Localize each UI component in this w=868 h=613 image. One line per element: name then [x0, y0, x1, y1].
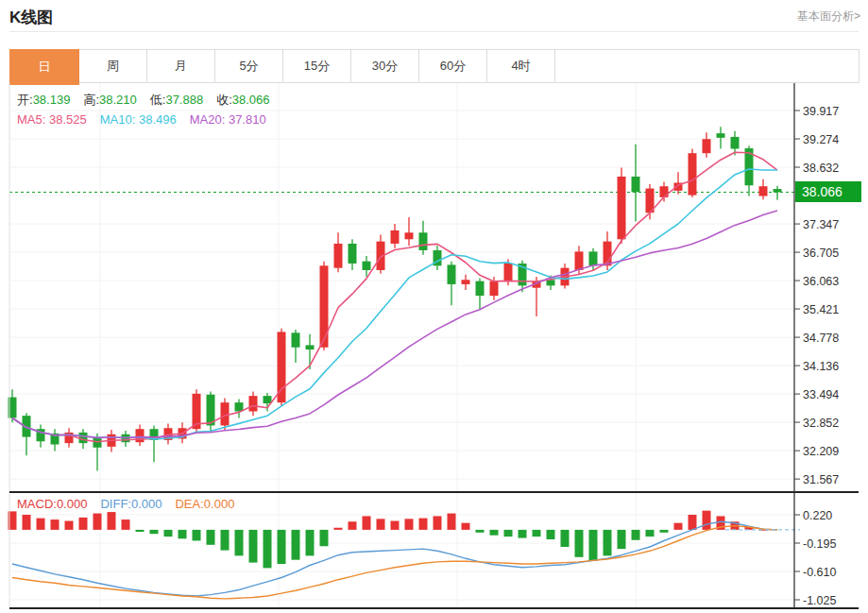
candle-body — [476, 281, 485, 296]
macd-bar — [122, 519, 130, 530]
axis-label: 37.347 — [803, 218, 839, 231]
ma20-label: MA20: — [190, 112, 226, 127]
macd-bar — [108, 512, 116, 530]
macd-bar — [150, 530, 159, 534]
diff-line — [12, 521, 777, 596]
candle-body — [759, 186, 768, 196]
macd-bar — [65, 521, 74, 530]
candle-body — [589, 251, 598, 265]
macd-bar — [589, 530, 598, 561]
candle-body — [774, 189, 782, 192]
diff-value: 0.000 — [131, 497, 162, 511]
dea-line — [12, 526, 777, 599]
macd-bar — [476, 530, 485, 533]
macd-bar — [448, 514, 456, 530]
axis-label: 32.852 — [803, 417, 839, 430]
macd-bar — [490, 530, 499, 536]
candle-body — [660, 186, 669, 197]
macd-bar — [79, 518, 88, 530]
macd-bar — [292, 530, 300, 560]
macd-bar — [561, 530, 570, 547]
low-value: 37.888 — [165, 93, 203, 107]
candle-body — [292, 332, 300, 347]
macd-bar — [164, 530, 173, 536]
candle-body — [717, 133, 725, 138]
axis-label: 31.567 — [803, 473, 839, 486]
ma5-label: MA5: — [17, 112, 45, 127]
axis-label: -0.610 — [803, 566, 836, 579]
close-label: 收: — [216, 93, 232, 107]
macd-bar — [51, 519, 60, 530]
candle-body — [575, 251, 584, 270]
axis-label: -1.025 — [803, 594, 836, 607]
axis-label: 39.917 — [803, 105, 839, 118]
current-price-badge: 38.066 — [795, 181, 861, 202]
axis-label: -0.195 — [803, 537, 836, 551]
ma20-value: 37.810 — [229, 112, 266, 127]
candle-body — [448, 264, 456, 284]
macd-bar — [391, 521, 400, 530]
macd-bar — [363, 516, 371, 529]
macd-readout: MACD:0.000DIFF:0.000DEA:0.000 — [17, 497, 234, 511]
macd-label: MACD: — [17, 497, 57, 511]
high-value: 38.210 — [99, 93, 137, 107]
axis-label: 36.705 — [803, 247, 839, 260]
macd-bar — [264, 530, 272, 568]
close-value: 38.066 — [232, 93, 270, 107]
ma10-value: 38.496 — [139, 112, 177, 127]
macd-bar — [419, 519, 428, 530]
axis-label: 36.063 — [803, 275, 839, 288]
candle-body — [419, 232, 428, 250]
candle-body — [618, 177, 626, 239]
high-label: 高: — [83, 93, 99, 107]
macd-bar — [632, 530, 640, 540]
macd-bar — [37, 519, 45, 530]
macd-bar — [462, 523, 470, 530]
candle-body — [136, 429, 145, 442]
macd-bar — [575, 530, 584, 557]
axis-label: 34.136 — [803, 360, 839, 373]
axis-label: 35.421 — [803, 303, 839, 316]
macd-bar — [434, 516, 442, 529]
candle-body — [731, 137, 740, 149]
macd-bar — [618, 530, 626, 549]
macd-bar — [377, 519, 385, 530]
candle-body — [547, 280, 555, 285]
macd-bar — [179, 530, 187, 538]
axis-label: 39.274 — [803, 133, 839, 146]
candle-body — [94, 438, 102, 448]
candle-body — [349, 244, 357, 264]
macd-bar — [306, 530, 315, 555]
macd-bar — [249, 530, 258, 563]
macd-bar — [207, 530, 215, 545]
ma10-label: MA10: — [100, 112, 136, 127]
macd-bar — [504, 530, 513, 536]
ma5-value: 38.525 — [49, 112, 87, 127]
open-value: 38.139 — [33, 93, 71, 107]
macd-bar — [349, 521, 357, 530]
macd-bar — [405, 519, 414, 530]
dea-value: 0.000 — [204, 497, 235, 511]
macd-bar — [23, 515, 31, 530]
axis-label: 34.778 — [803, 332, 839, 345]
candle-body — [689, 153, 697, 195]
candle-body — [391, 230, 400, 244]
dea-label: DEA: — [175, 497, 203, 511]
macd-bar — [674, 523, 683, 530]
macd-bar — [703, 511, 711, 530]
candle-body — [320, 265, 329, 347]
candle-body — [363, 262, 371, 270]
ma-readout: MA5: 38.525MA10: 38.496MA20: 37.810 — [17, 112, 266, 127]
macd-bar — [334, 528, 343, 530]
candle-body — [504, 264, 513, 281]
macd-bar — [533, 530, 541, 536]
candle-body — [703, 139, 711, 153]
macd-bar — [660, 530, 669, 533]
candle-body — [79, 433, 88, 443]
axis-label: 33.494 — [803, 388, 839, 401]
macd-bar — [94, 514, 102, 530]
candle-body — [334, 244, 343, 268]
kline-page: K线图 基本面分析> 日周月5分15分30分60分4时 39.91739.274… — [0, 0, 868, 613]
candle-body — [249, 396, 258, 411]
candle-body — [405, 232, 414, 239]
